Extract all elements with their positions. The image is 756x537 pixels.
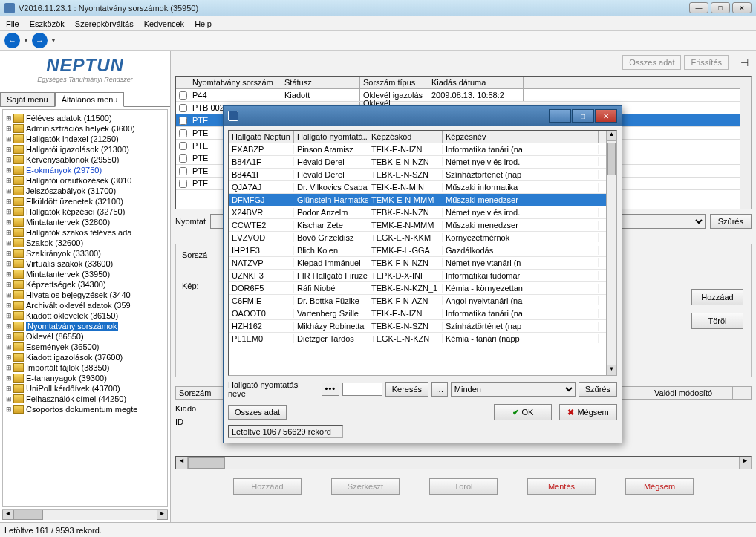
filter-button[interactable]: Szűrés [710, 214, 752, 229]
tree-item[interactable]: ⊞Féléves adatok (11500) [4, 113, 166, 123]
modal-scroll-down[interactable]: ▼ [607, 365, 616, 375]
modal-filter-button[interactable]: Szűrés [579, 382, 617, 397]
table-row[interactable]: DFMFGJGlünstein HarmatkaTEMK-E-N-MMMMűsz… [229, 194, 616, 206]
modal-scroll-thumb[interactable] [607, 143, 616, 175]
tree-item[interactable]: ⊞Mintatantervek (33950) [4, 269, 166, 279]
scroll-left-arrow[interactable]: ◄ [2, 510, 13, 520]
mcol-code[interactable]: Képzéskód [368, 131, 443, 143]
expand-icon[interactable]: ⊞ [4, 291, 13, 299]
tree-item[interactable]: ⊞Jelszószabályok (31700) [4, 186, 166, 196]
maximize-button[interactable]: □ [711, 2, 730, 13]
expand-icon[interactable]: ⊞ [4, 125, 13, 132]
row-checkbox[interactable] [179, 91, 187, 100]
nav-forward-button[interactable]: → [32, 33, 48, 48]
nav-forward-dropdown[interactable]: ▼ [49, 37, 58, 44]
tree-item[interactable]: ⊞Archivált oklevél adatok (359 [4, 300, 166, 310]
sub-col-real-modifier[interactable]: Valódi módosító [651, 387, 733, 399]
bottom-edit-button[interactable]: Szerkeszt [331, 478, 400, 495]
detail-add-button[interactable]: Hozzáad [691, 289, 743, 305]
tree-item[interactable]: ⊞E-okmányok (29750) [4, 165, 166, 175]
modal-titlebar[interactable]: — □ ✕ [224, 106, 622, 126]
expand-icon[interactable]: ⊞ [4, 270, 13, 278]
table-row[interactable]: B84A1FHévald DerelTEBK-E-N-SZNSzínháztör… [229, 169, 616, 181]
table-row[interactable]: C6FMIEDr. Bottka FüzikeTEBK-F-N-AZNAngol… [229, 295, 616, 307]
menu-favorites[interactable]: Kedvencek [144, 19, 184, 28]
expand-icon[interactable]: ⊞ [4, 187, 13, 195]
bottom-delete-button[interactable]: Töröl [429, 478, 498, 495]
expand-icon[interactable]: ⊞ [4, 281, 13, 288]
tree-item[interactable]: ⊞Kiadott oklevelek (36150) [4, 310, 166, 321]
all-data-button[interactable]: Összes adat [622, 55, 681, 70]
row-checkbox[interactable] [179, 142, 187, 150]
table-row[interactable]: PL1EM0Dietzger TardosTEGK-E-N-KZNKémia -… [229, 333, 616, 345]
expand-icon[interactable]: ⊞ [4, 198, 13, 205]
expand-icon[interactable]: ⊞ [4, 302, 13, 309]
tree-item[interactable]: ⊞Mintatantervek (32800) [4, 217, 166, 227]
expand-icon[interactable]: ⊞ [4, 385, 13, 392]
modal-maximize-button[interactable]: □ [572, 109, 594, 123]
row-checkbox[interactable] [179, 154, 187, 163]
menu-help[interactable]: Help [195, 19, 212, 28]
tree-item[interactable]: ⊞Kérvénysablonok (29550) [4, 154, 166, 165]
tree-horizontal-scrollbar[interactable]: ◄ ► [2, 509, 168, 520]
nav-back-dropdown[interactable]: ▼ [22, 37, 30, 44]
expand-icon[interactable]: ⊞ [4, 406, 13, 413]
modal-minimize-button[interactable]: — [549, 109, 571, 123]
expand-icon[interactable]: ⊞ [4, 364, 13, 371]
tab-own-menu[interactable]: Saját menü [0, 92, 55, 106]
bottom-add-button[interactable]: Hozzáad [233, 478, 302, 495]
nav-back-button[interactable]: ← [4, 33, 20, 48]
tree-item[interactable]: ⊞Szakok (32600) [4, 238, 166, 248]
col-date[interactable]: Kiadás dátuma [428, 77, 524, 88]
search-button[interactable]: Keresés [385, 382, 428, 397]
col-serial[interactable]: Nyomtatvány sorszám [189, 77, 281, 88]
col-type[interactable]: Sorszám típus [360, 77, 428, 88]
menu-roleswitch[interactable]: Szerepkörváltás [75, 19, 134, 28]
modal-cancel-button[interactable]: ✖Mégsem [559, 404, 617, 420]
table-row[interactable]: UZNKF3FIR Hallgató FirüzenTEPK-D-X-INFIn… [229, 270, 616, 282]
expand-icon[interactable]: ⊞ [4, 333, 13, 340]
table-row[interactable]: IHP1E3Blich KolenTEMK-F-L-GGAGazdálkodás [229, 244, 616, 257]
scroll-right-arrow[interactable]: ► [157, 510, 168, 520]
row-checkbox[interactable] [179, 129, 187, 137]
tree-item[interactable]: ⊞UniPoll kérdőívek (43700) [4, 383, 166, 394]
close-button[interactable]: ✕ [732, 2, 752, 13]
tree-item[interactable]: ⊞Események (36500) [4, 342, 166, 352]
tree-item[interactable]: ⊞Felhasználók címei (44250) [4, 394, 166, 404]
table-row[interactable]: CCWTE2Kischar ZeteTEMK-E-N-MMMMűszaki me… [229, 219, 616, 232]
expand-icon[interactable]: ⊞ [4, 312, 13, 319]
filter-dropdown[interactable]: Minden [451, 382, 576, 397]
modal-ok-button[interactable]: ✔OK [494, 404, 552, 420]
expand-icon[interactable]: ⊞ [4, 146, 13, 153]
refresh-button[interactable]: Frissítés [684, 55, 729, 70]
tree-item[interactable]: ⊞Hallgatók képzései (32750) [4, 206, 166, 217]
modal-scroll-up[interactable]: ▲ [607, 131, 616, 141]
search-field-selector[interactable]: ••• [322, 383, 339, 396]
main-horizontal-scrollbar[interactable]: ◄ ► [175, 456, 752, 469]
tree-item[interactable]: ⊞Adminisztrációs helyek (3600) [4, 123, 166, 134]
col-status[interactable]: Státusz [281, 77, 360, 88]
tree-item[interactable]: ⊞Oklevél (86550) [4, 331, 166, 342]
row-checkbox[interactable] [179, 180, 187, 188]
row-checkbox[interactable] [179, 167, 187, 175]
menu-file[interactable]: File [6, 19, 19, 28]
bottom-cancel-button[interactable]: Mégsem [625, 478, 694, 495]
mcol-neptun[interactable]: Hallgató Neptun ... [229, 131, 294, 143]
expand-icon[interactable]: ⊞ [4, 354, 13, 361]
scroll-thumb[interactable] [13, 510, 43, 520]
tree-item[interactable]: ⊞Elküldött üzenetek (32100) [4, 196, 166, 206]
table-row[interactable]: OAOOT0Vartenberg SzilleTEIK-E-N-IZNInfor… [229, 307, 616, 320]
expand-icon[interactable]: ⊞ [4, 395, 13, 403]
tree-item[interactable]: ⊞Hallgatói óraütközések (3010 [4, 175, 166, 186]
tab-general-menu[interactable]: Általános menü [55, 92, 125, 107]
tree-item[interactable]: ⊞Hallgatók indexei (21250) [4, 134, 166, 144]
tree-item[interactable]: ⊞Hivatalos bejegyzések (3440 [4, 290, 166, 300]
tree-item[interactable]: ⊞Virtuális szakok (33600) [4, 258, 166, 269]
expand-icon[interactable]: ⊞ [4, 343, 13, 351]
browse-button[interactable]: … [431, 382, 448, 397]
expand-icon[interactable]: ⊞ [4, 156, 13, 163]
expand-icon[interactable]: ⊞ [4, 229, 13, 236]
expand-icon[interactable]: ⊞ [4, 239, 13, 247]
hscroll-right-arrow[interactable]: ► [739, 457, 751, 469]
pin-icon[interactable]: ⊣ [740, 57, 749, 68]
